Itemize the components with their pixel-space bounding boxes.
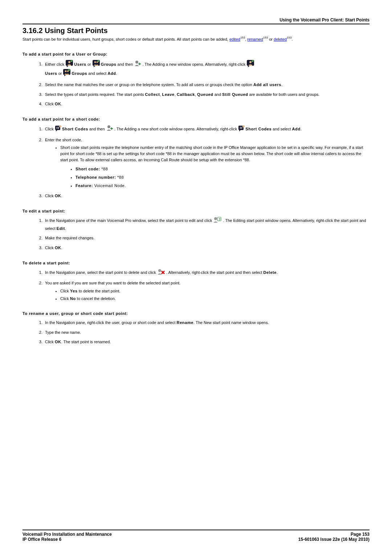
text: . The New start point name window opens. [193,320,269,325]
text: and select [273,127,292,131]
steps-rename-sp: In the Navigation pane, right-click the … [23,319,369,345]
label-delete: Delete [263,270,277,275]
text: and then [89,127,106,131]
label-ok: OK [55,102,61,106]
bullet-list: Short code start points require the tele… [45,145,369,190]
page-footer: Voicemail Pro Installation and Maintenan… [23,530,369,542]
step: Enter the short code. Short code start p… [44,137,369,190]
bullet-list: Click Yes to delete the start point. Cli… [45,288,369,302]
label-groups: Groups [72,71,87,76]
link-deleted[interactable]: deleted [274,37,287,41]
text: Click [45,102,55,106]
inner-bullet: Short code: *88 [75,165,369,173]
text: . The start point is renamed. [61,340,111,344]
text: . [65,226,66,231]
step: Click OK. [44,244,369,251]
text: to delete the start point. [78,289,121,293]
heading-add-short-code: To add a start point for a short code: [23,117,369,121]
add-icon [106,125,113,133]
text: Either click [45,62,65,66]
text: Short code start points require the tele… [60,145,363,162]
section-title: 3.16.2 Using Start Points [23,27,369,35]
label-callback: Callback [177,92,195,97]
label-edit: Edit [57,226,65,231]
users-icon [66,60,74,69]
label-collect: Collect [145,92,160,97]
pageref: 153 [287,36,291,39]
heading-delete-sp: To delete a start point: [23,261,369,265]
text: Click [45,246,55,250]
inner-bullet: Feature: Voicemail Node. [75,182,369,190]
text: . [61,102,62,106]
label-add: Add [107,71,116,76]
footer-product: IP Office Release 6 [23,537,112,542]
intro-paragraph: Start points can be for individual users… [23,36,369,42]
text: In the Navigation pane, right-click the … [45,320,177,325]
label: Feature: [75,183,93,188]
label-ok: OK [55,340,61,344]
text: or [87,62,92,66]
step: Click OK. [44,193,369,199]
label-add: Add [292,127,301,131]
label: Telephone number: [75,175,116,179]
step: Select the types of start points require… [44,91,369,98]
heading-edit-sp: To edit a start point: [23,209,369,213]
step: Click Short Codes and then . The Adding … [44,125,369,134]
text: In the Navigation pane, select the start… [45,270,157,275]
text: . The Adding a new window opens. Alterna… [142,62,246,66]
text: and then [118,62,134,66]
bullet: Short code start points require the tele… [60,145,369,190]
value: *88 [116,175,124,179]
pageref: 153 [263,36,268,39]
text: . [116,71,117,76]
step: You are asked if you are sure that you w… [44,280,369,302]
step: In the Navigation pane of the main Voice… [44,217,369,232]
text: and [213,92,222,97]
text: . [281,82,282,87]
steps-add-user-group: Either click Users or Groups and then . … [23,60,369,108]
label-short-codes: Short Codes [245,127,271,131]
link-renamed[interactable]: renamed [247,37,263,41]
label-ok: OK [55,194,61,198]
text: . [277,270,278,275]
add-icon [134,60,141,69]
text: . [301,127,302,131]
text: . [61,246,62,250]
step: Type the new name. [44,329,369,336]
sep: or [268,37,274,41]
text: Click [45,127,55,131]
value: Voicemail Node. [93,183,126,188]
label-queued: Queued [197,92,213,97]
text: . The Adding a new short code window ope… [114,127,238,131]
steps-delete-sp: In the Navigation pane, select the start… [23,269,369,302]
footer-page: Page 153 [298,532,369,537]
text: . Alternatively, right-click the start p… [166,270,264,275]
groups-icon [93,60,101,69]
users-icon [247,60,255,69]
edit-icon [213,217,221,225]
text: Click [45,194,55,198]
label-yes: Yes [70,289,78,293]
label-still-queued: Still Queued [222,92,248,97]
text: Select the name that matches the user or… [45,82,253,87]
label-users: Users [45,71,57,76]
text: In the Navigation pane of the main Voice… [45,218,213,223]
pageref: 153 [240,36,245,39]
text: Select the types of start points require… [45,92,145,97]
text: You are asked if you are sure that you w… [45,281,180,285]
text: Click [60,289,70,293]
text: Enter the short code. [45,138,82,142]
footer-title: Voicemail Pro Installation and Maintenan… [23,532,112,537]
label-no: No [70,296,76,301]
text: and select [88,71,107,76]
steps-add-short-code: Click Short Codes and then . The Adding … [23,125,369,199]
link-edited[interactable]: edited [229,37,240,41]
page-header: Using the Voicemail Pro Client: Start Po… [23,17,369,24]
text: are available for both users and groups. [249,92,320,97]
label-ok: OK [55,246,61,250]
step: Click OK. The start point is renamed. [44,339,369,345]
label-groups: Groups [101,62,117,66]
text: Click [60,296,70,301]
text: or [58,71,63,76]
steps-edit-sp: In the Navigation pane of the main Voice… [23,217,369,251]
